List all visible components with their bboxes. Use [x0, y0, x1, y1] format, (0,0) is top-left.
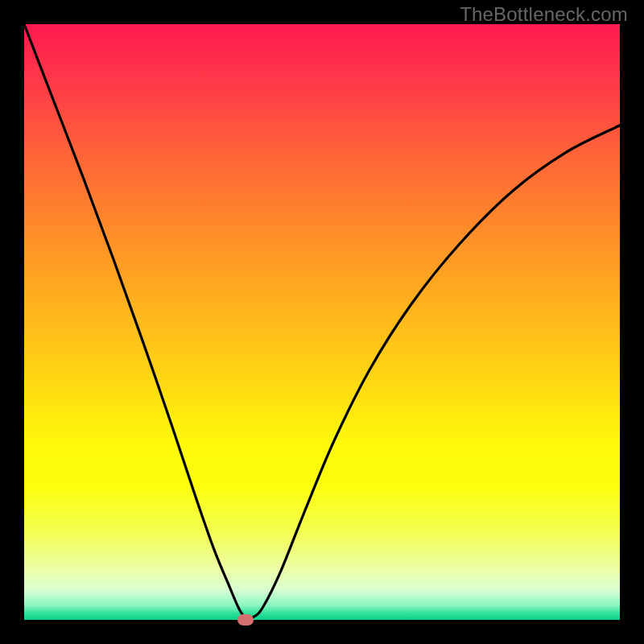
curve-layer — [24, 24, 620, 620]
minimum-marker — [237, 614, 254, 625]
watermark-text: TheBottleneck.com — [460, 3, 628, 26]
plot-area — [24, 24, 620, 620]
bottleneck-curve — [24, 24, 620, 619]
chart-container: TheBottleneck.com — [0, 0, 644, 644]
